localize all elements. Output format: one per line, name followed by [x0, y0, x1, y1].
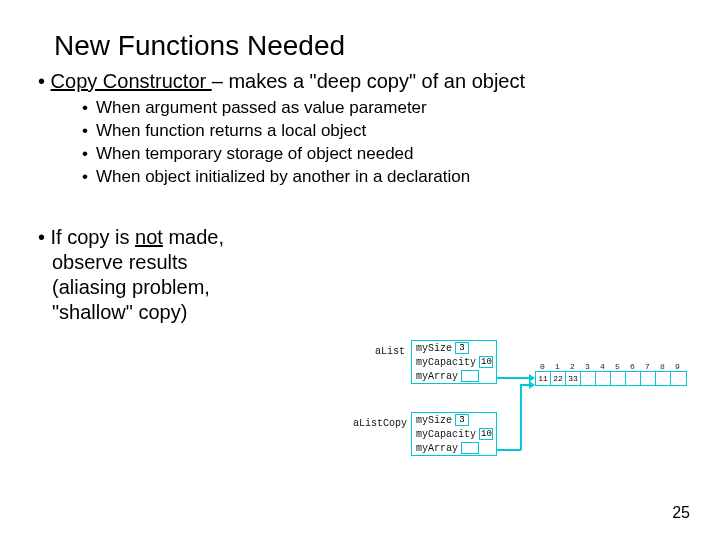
pointer-arrow [520, 384, 522, 450]
slide: New Functions Needed • Copy Constructor … [0, 0, 720, 540]
obj-alistcopy-box: mySize 3 myCapacity 10 myArray [411, 412, 497, 456]
text-not: not [135, 226, 163, 248]
field-mysize: mySize 3 [412, 413, 496, 427]
array-index: 6 [625, 362, 640, 371]
array-cell [671, 372, 686, 385]
bullet-rest: makes a "deep copy" of an object [228, 70, 525, 92]
array-cell: 11 [536, 372, 551, 385]
array-cell [581, 372, 596, 385]
sub-bullet-list: When argument passed as value parameter … [82, 97, 682, 189]
obj-alist-box: mySize 3 myCapacity 10 myArray [411, 340, 497, 384]
text: made, [163, 226, 224, 248]
field-myarray: myArray [412, 369, 496, 383]
pointer-arrow [497, 377, 531, 379]
array-cell [626, 372, 641, 385]
array-index: 0 [535, 362, 550, 371]
pointer-arrow [497, 449, 521, 451]
array-index: 1 [550, 362, 565, 371]
bullet-marker: • [38, 226, 51, 248]
array-cell [596, 372, 611, 385]
term-copy-constructor: Copy Constructor [51, 70, 212, 92]
page-number: 25 [672, 504, 690, 522]
array-index: 3 [580, 362, 595, 371]
bullet-copy-constructor: • Copy Constructor – makes a "deep copy"… [38, 70, 682, 93]
array-cell: 22 [551, 372, 566, 385]
array-index: 5 [610, 362, 625, 371]
label-alistcopy: aListCopy [353, 418, 407, 429]
array-index: 2 [565, 362, 580, 371]
value-mycapacity: 10 [479, 428, 493, 440]
value-mycapacity: 10 [479, 356, 493, 368]
sub-bullet-item: When temporary storage of object needed [82, 143, 682, 166]
array-index: 4 [595, 362, 610, 371]
array-indices: 0 1 2 3 4 5 6 7 8 9 [535, 362, 687, 371]
text: If copy is [51, 226, 135, 248]
text: observe results [38, 250, 682, 275]
sub-bullet-item: When argument passed as value parameter [82, 97, 682, 120]
array-index: 7 [640, 362, 655, 371]
bullet-marker: • [38, 70, 51, 92]
array-index: 8 [655, 362, 670, 371]
field-mycapacity: myCapacity 10 [412, 355, 496, 369]
array-cell: 33 [566, 372, 581, 385]
aliasing-diagram: aList mySize 3 myCapacity 10 myArray aLi… [375, 340, 695, 490]
array-index: 9 [670, 362, 685, 371]
sub-bullet-item: When function returns a local object [82, 120, 682, 143]
array-cell [656, 372, 671, 385]
value-myarray-ptr [461, 442, 479, 454]
dash: – [212, 70, 229, 92]
text: (aliasing problem, [38, 275, 682, 300]
field-myarray: myArray [412, 441, 496, 455]
sub-bullet-item: When object initialized by another in a … [82, 166, 682, 189]
value-mysize: 3 [455, 414, 469, 426]
field-mysize: mySize 3 [412, 341, 496, 355]
slide-title: New Functions Needed [54, 30, 682, 62]
value-myarray-ptr [461, 370, 479, 382]
array-block: 0 1 2 3 4 5 6 7 8 9 11 22 33 [535, 362, 687, 386]
arrowhead-icon [529, 381, 535, 389]
value-mysize: 3 [455, 342, 469, 354]
array-cell [641, 372, 656, 385]
label-alist: aList [375, 346, 405, 357]
field-mycapacity: myCapacity 10 [412, 427, 496, 441]
array-cell [611, 372, 626, 385]
bullet-aliasing: • If copy is not made, observe results (… [38, 225, 682, 325]
text: "shallow" copy) [38, 300, 682, 325]
array-cells: 11 22 33 [535, 371, 687, 386]
